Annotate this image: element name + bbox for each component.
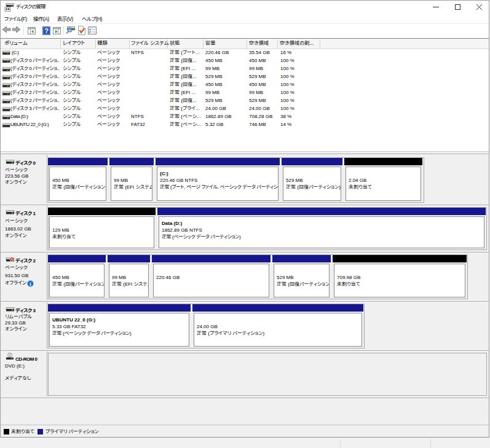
svg-text:?: ?	[44, 27, 49, 34]
